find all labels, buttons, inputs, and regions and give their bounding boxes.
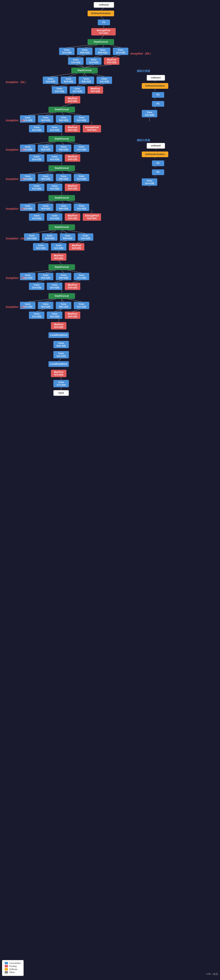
inc4e-conv3-label: Conv5x5+1(S): [59, 116, 68, 122]
svg-line-23: [51, 83, 59, 86]
svg-line-16: [69, 73, 77, 76]
inc5a-conv3-label: Conv5x5+1(S): [82, 78, 91, 83]
svg-line-69: [32, 230, 53, 233]
svg-line-75: [77, 240, 86, 243]
inc5b-conv2b-node: Conv1x1+1(S): [86, 57, 102, 65]
inc3a-conv1b-node: Conv1x1+1(S): [29, 312, 45, 319]
inc4d-conv2-label: Conv3x3+1(S): [41, 146, 50, 151]
inc3b-conv1b-node: Conv1x1+1(S): [29, 283, 45, 290]
legend-softmax-color: [5, 968, 8, 970]
svg-line-17: [84, 73, 86, 76]
inc4b-conv3-node: Conv5x5+1(S): [56, 204, 71, 211]
inc5b-conv3-label: Conv5x5+1(S): [98, 49, 107, 54]
localresp1-node: LocalRespNorm: [48, 332, 69, 338]
inc4a-conv4-node: Conv1x1+1(S): [78, 233, 93, 241]
inc3a-conv4-label: Conv1x1+1(S): [77, 303, 86, 308]
svg-line-89: [67, 299, 81, 302]
inc3a-conv2-node: Conv3x3+1(S): [38, 302, 53, 309]
inc4d-conv1b-label: Conv1x1+1(S): [32, 155, 41, 161]
inc3a-maxpool-label: MaxPool3x3+1(S): [68, 313, 77, 318]
softmax0-label: softmax0: [151, 144, 161, 147]
inc4e-conv4-label: Conv1x1+1(S): [77, 116, 86, 122]
inc3a-conv2b-node: Conv1x1+1(S): [47, 312, 62, 319]
conv-1x1v-node: Conv1x1+1(V): [53, 351, 69, 358]
inc5b-maxpool-node: MaxPool3x3+1(S): [104, 57, 120, 65]
inception5b-label: inception（5b）: [131, 52, 152, 56]
svg-line-33: [67, 112, 81, 115]
inc5b-conv2-label: Conv3x3+1(S): [80, 49, 89, 54]
inc4a-conv2b-label: Conv1x1+1(S): [54, 244, 63, 250]
inc4c-conv4-node: Conv1x1+1(S): [74, 174, 89, 181]
softmax1-label: softmax1: [151, 76, 161, 79]
inc5b-conv1-label: Conv1x1+1(S): [62, 49, 72, 54]
maxpool-4a-node: MaxPool3x3+2(S): [51, 253, 66, 261]
inc3a-conv4-node: Conv1x1+1(S): [74, 302, 89, 309]
input-label: input: [59, 391, 64, 394]
inc4e-conv4-node: Conv1x1+1(S): [74, 115, 89, 123]
svg-line-29: [62, 103, 73, 107]
softmax0-node: softmax0: [147, 143, 165, 149]
inc3b-conv3-node: Conv5x5+1(S): [56, 273, 71, 280]
svg-line-90: [37, 309, 46, 312]
svg-line-40: [46, 142, 56, 145]
inc4d-conv3-node: Conv5x5+1(S): [56, 145, 71, 152]
localresp2-label: LocalRespNorm: [50, 363, 67, 365]
inc4b-conv2b-label: Conv1x1+1(S): [50, 215, 59, 220]
inc4e-maxpool-node: MaxPool3x3+1(S): [65, 125, 80, 132]
svg-line-77: [59, 261, 62, 264]
inc4b-conv1b-label: Conv1x1+1(S): [32, 215, 41, 220]
svg-line-84: [73, 280, 81, 283]
inc3b-conv1b-label: Conv1x1+1(S): [32, 284, 41, 289]
svg-line-19: [59, 84, 69, 86]
svg-line-41: [62, 142, 64, 145]
inc3b-maxpool-label: MaxPool3x3+1(S): [68, 284, 77, 289]
depthconcat-5b-node: DepthConcat: [88, 39, 114, 45]
svg-line-2: [104, 25, 104, 28]
inc4d-conv1b-node: Conv1x1+1(S): [29, 154, 45, 162]
depthconcat-3a-label: DepthConcat: [55, 294, 69, 297]
fc-5a1-label: FC: [157, 94, 160, 96]
svg-line-56: [37, 181, 46, 184]
svg-line-71: [62, 230, 68, 233]
depthconcat-4e-label: DepthConcat: [55, 108, 69, 111]
inc5a-maxpool2-label: MaxPool3x3+2(S): [68, 97, 77, 102]
fc-4d2-node: FC: [152, 169, 164, 175]
fc-5a2-node: FC: [152, 101, 164, 107]
inc3b-conv2b-node: Conv1x1+1(S): [47, 283, 62, 290]
inc5a-conv1-node: Conv1x1+1(S): [43, 76, 58, 84]
softmax2-label: softmax2: [99, 3, 109, 6]
inc3b-conv3-label: Conv5x5+1(S): [59, 274, 68, 279]
inc4b-avgpool-label: AveragePool5x5+3(V): [85, 215, 99, 220]
softmax-act-top-label: SoftmaxActivation: [91, 12, 111, 15]
inc4b-conv4-node: Conv1x1+1(S): [74, 204, 89, 211]
svg-line-10: [112, 55, 121, 57]
maxpool-3a-label: MaxPool3x3+2(S): [54, 323, 63, 328]
depthconcat-4c-label: DepthConcat: [55, 167, 69, 169]
svg-line-54: [62, 171, 64, 174]
inception4a-label: inception（4a）: [6, 237, 27, 240]
helper1-label: 辅助分类器: [137, 69, 150, 73]
inception5a-label: inception（5a）: [6, 80, 27, 84]
svg-line-30: [28, 112, 53, 115]
depthconcat-5a-node: DepthConcat: [71, 68, 98, 73]
inc4e-conv3-node: Conv5x5+1(S): [56, 115, 71, 123]
inc5b-conv1b-label: Conv1x1+1(S): [71, 59, 80, 64]
svg-line-43: [37, 151, 46, 154]
inc4b-conv3-label: Conv5x5+1(S): [59, 205, 68, 210]
svg-line-81: [67, 270, 81, 273]
inc3a-maxpool-node: MaxPool3x3+1(S): [65, 312, 80, 319]
svg-line-78: [28, 270, 53, 273]
inc4e-conv2-node: Conv3x3+1(S): [38, 115, 53, 123]
maxpool-4a-label: MaxPool3x3+2(S): [54, 254, 63, 259]
legend-softmax: Softmax: [5, 968, 21, 970]
svg-line-31: [46, 112, 56, 115]
svg-line-13: [84, 65, 112, 68]
inc3b-conv2-node: Conv3x3+1(S): [38, 273, 53, 280]
inc4c-conv2b-label: Conv1x1+1(S): [50, 185, 59, 190]
svg-line-91: [54, 309, 64, 312]
svg-line-12: [84, 65, 94, 68]
softmax0-act-node: SoftmaxActivation: [142, 151, 168, 157]
inc4a-conv1-label: Conv1x1+1(S): [27, 234, 37, 240]
inc3b-conv4-label: Conv1x1+1(S): [77, 274, 86, 279]
inc5b-conv1b-node: Conv1x1+1(S): [68, 57, 83, 65]
